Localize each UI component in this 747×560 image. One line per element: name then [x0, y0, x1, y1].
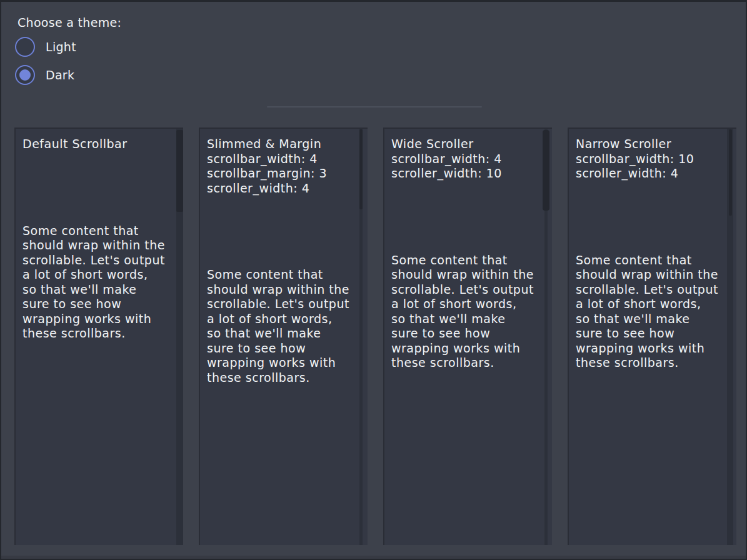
- radio-label-dark: Dark: [46, 68, 74, 82]
- panel-prop-line: scroller_width: 4: [576, 166, 718, 181]
- panel-prop-line: scrollbar_width: 4: [391, 152, 534, 167]
- panel-title: Default Scrollbar: [23, 137, 165, 152]
- theme-chooser-label: Choose a theme:: [18, 16, 121, 29]
- section-divider: [267, 106, 482, 108]
- panel-content-text: Some content that should wrap within the…: [576, 253, 718, 371]
- panel-scroll-content: Slimmed & Margin scrollbar_width: 4 scro…: [200, 129, 349, 385]
- vertical-scrollbar-thumb[interactable]: [543, 130, 549, 211]
- radio-label-light: Light: [46, 40, 76, 54]
- vertical-scrollbar-track[interactable]: [544, 129, 548, 545]
- panel-scroll-content: Narrow Scroller scrollbar_width: 10 scro…: [569, 129, 718, 371]
- panel-scroll-content: Wide Scroller scrollbar_width: 4 scrolle…: [384, 129, 534, 371]
- panel-scroll-content: Default Scrollbar Some content that shou…: [16, 129, 165, 341]
- panel-prop-line: scrollbar_width: 10: [576, 152, 718, 167]
- vertical-scrollbar-thumb[interactable]: [729, 129, 732, 216]
- vertical-scrollbar-track[interactable]: [359, 129, 363, 545]
- radio-circle-icon[interactable]: [15, 65, 35, 85]
- scroll-panel-slimmed-margin[interactable]: Slimmed & Margin scrollbar_width: 4 scro…: [199, 128, 368, 545]
- scroll-panel-wide-scroller[interactable]: Wide Scroller scrollbar_width: 4 scrolle…: [383, 128, 552, 545]
- radio-selected-dot: [19, 69, 31, 81]
- panel-prop-line: scroller_width: 10: [391, 166, 534, 181]
- vertical-scrollbar-thumb[interactable]: [176, 130, 183, 212]
- radio-circle-icon[interactable]: [15, 37, 35, 57]
- horizontal-scrollbar-track[interactable]: [0, 556, 747, 560]
- panel-content-text: Some content that should wrap within the…: [207, 268, 349, 385]
- radio-option-light[interactable]: Light: [15, 37, 76, 57]
- vertical-scrollbar-track[interactable]: [727, 129, 733, 545]
- panel-prop-line: scrollbar_width: 4: [207, 152, 349, 167]
- panel-prop-line: scroller_width: 4: [207, 181, 349, 196]
- panel-title: Narrow Scroller: [576, 137, 718, 152]
- scroll-panel-default-scrollbar[interactable]: Default Scrollbar Some content that shou…: [14, 128, 183, 545]
- scroll-panels-container: Default Scrollbar Some content that shou…: [14, 128, 736, 545]
- vertical-scrollbar-thumb[interactable]: [359, 129, 363, 209]
- panel-title: Slimmed & Margin: [207, 137, 349, 152]
- scroll-panel-narrow-scroller[interactable]: Narrow Scroller scrollbar_width: 10 scro…: [568, 128, 736, 545]
- vertical-scrollbar-track[interactable]: [176, 129, 183, 545]
- panel-prop-line: scrollbar_margin: 3: [207, 166, 349, 181]
- radio-option-dark[interactable]: Dark: [15, 65, 74, 85]
- panel-title: Wide Scroller: [391, 137, 534, 152]
- panel-content-text: Some content that should wrap within the…: [23, 224, 165, 341]
- panel-content-text: Some content that should wrap within the…: [391, 253, 534, 371]
